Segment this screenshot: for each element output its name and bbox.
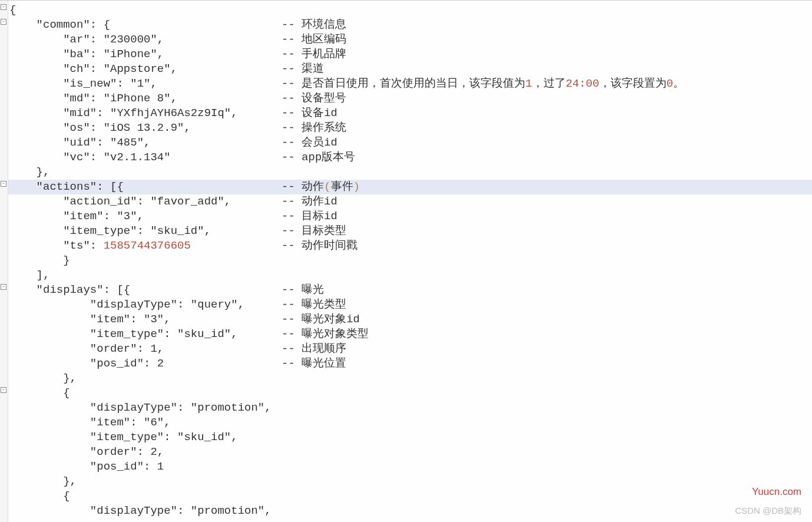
code-text: }, [8,371,77,386]
code-editor: ----- { "common": {-- 环境信息 "ar": "230000… [0,0,812,522]
code-text: "pos_id": 2 [8,356,164,371]
watermark-csdn: CSDN @DB架构 [735,503,801,518]
fold-toggle-icon[interactable]: - [1,387,6,393]
fold-gutter[interactable]: ----- [0,1,8,522]
code-text: "displayType": "promotion", [8,504,271,518]
code-text: "order": 2, [8,445,164,460]
watermark-yuucn: Yuucn.com [752,484,801,499]
code-line[interactable]: { [8,3,812,18]
code-text: "item_type": "sku_id", [8,327,238,342]
code-line[interactable]: }, [8,474,812,489]
code-text: "order": 1, [8,342,164,356]
code-comment: -- 操作系统 [281,121,346,136]
code-line[interactable]: "item": "3",-- 曝光对象id [8,312,812,327]
code-comment: -- 地区编码 [281,32,346,47]
code-text: "displays": [{ [8,283,130,298]
code-text: }, [8,474,77,489]
code-text: { [8,489,70,504]
code-comment: -- 渠道 [281,62,324,77]
code-comment: -- 目标id [281,209,337,224]
code-text: "vc": "v2.1.134" [8,150,171,165]
code-line[interactable]: "vc": "v2.1.134"-- app版本号 [8,150,812,165]
code-line[interactable]: "item_type": "sku_id",-- 曝光对象类型 [8,327,812,342]
code-text: "actions": [{ [8,180,124,194]
code-line[interactable]: "uid": "485",-- 会员id [8,136,812,150]
code-text: "displayType": "query", [8,298,244,312]
code-comment: -- 动作(事件) [281,180,360,194]
code-comment: -- 设备id [281,106,337,121]
code-comment: -- 环境信息 [281,18,346,32]
code-comment: -- 手机品牌 [281,47,346,62]
code-line[interactable]: "ch": "Appstore",-- 渠道 [8,62,812,77]
code-text: "item": "6", [8,415,171,430]
code-line[interactable]: "actions": [{-- 动作(事件) [8,180,812,194]
code-line[interactable]: "item": "3",-- 目标id [8,209,812,224]
code-text: "action_id": "favor_add", [8,194,231,209]
code-line[interactable]: "item": "6", [8,415,812,430]
code-text: "uid": "485", [8,136,150,150]
code-line[interactable]: "displayType": "promotion", [8,401,812,415]
code-line[interactable]: }, [8,371,812,386]
code-line[interactable]: } [8,253,812,268]
code-line[interactable]: "item_type": "sku_id",-- 目标类型 [8,224,812,239]
code-line[interactable]: ], [8,268,812,283]
fold-toggle-icon[interactable]: - [1,284,6,290]
code-line[interactable]: "md": "iPhone 8",-- 设备型号 [8,91,812,106]
code-comment: -- 出现顺序 [281,342,346,356]
code-line[interactable]: "item_type": "sku_id", [8,430,812,445]
code-comment: -- 动作id [281,194,337,209]
code-text: { [8,3,16,18]
code-comment: -- 设备型号 [281,91,346,106]
code-text: "ba": "iPhone", [8,47,164,62]
code-comment: -- 动作时间戳 [281,239,357,253]
code-text: "ar": "230000", [8,32,164,47]
code-line[interactable]: "ts": 1585744376605-- 动作时间戳 [8,239,812,253]
code-line[interactable]: "displayType": "query",-- 曝光类型 [8,298,812,312]
code-line[interactable]: "ba": "iPhone",-- 手机品牌 [8,47,812,62]
code-comment: -- 曝光类型 [281,298,346,312]
fold-toggle-icon[interactable]: - [1,181,6,187]
code-line[interactable]: { [8,489,812,504]
code-text: ], [8,268,49,283]
code-line[interactable]: "ar": "230000",-- 地区编码 [8,32,812,47]
code-line[interactable]: "displayType": "promotion", [8,504,812,518]
code-line[interactable]: { [8,386,812,401]
code-comment: -- 曝光对象类型 [281,327,369,342]
code-area[interactable]: { "common": {-- 环境信息 "ar": "230000",-- 地… [8,1,812,522]
code-line[interactable]: "order": 2, [8,445,812,460]
code-text: "mid": "YXfhjAYH6As2z9Iq", [8,106,238,121]
code-text: "common": { [8,18,110,32]
code-text: } [8,253,70,268]
code-line[interactable]: "order": 1,-- 出现顺序 [8,342,812,356]
code-comment: -- 是否首日使用，首次使用的当日，该字段值为1，过了24:00，该字段置为0。 [281,77,684,91]
code-text: "item_type": "sku_id", [8,224,211,239]
code-comment: -- 曝光 [281,283,324,298]
fold-toggle-icon[interactable]: - [1,19,6,25]
code-comment: -- 曝光位置 [281,356,346,371]
code-text: "md": "iPhone 8", [8,91,177,106]
code-line[interactable]: "displays": [{-- 曝光 [8,283,812,298]
code-text: "item": "3", [8,209,144,224]
code-line[interactable]: "os": "iOS 13.2.9",-- 操作系统 [8,121,812,136]
code-text: "pos_id": 1 [8,460,164,474]
code-text: "item_type": "sku_id", [8,430,238,445]
code-comment: -- 会员id [281,136,337,150]
code-line[interactable]: "action_id": "favor_add",-- 动作id [8,194,812,209]
code-text: "ch": "Appstore", [8,62,177,77]
code-line[interactable]: "is_new": "1",-- 是否首日使用，首次使用的当日，该字段值为1，过… [8,77,812,91]
code-text: }, [8,165,49,180]
code-line[interactable]: }, [8,165,812,180]
code-text: "is_new": "1", [8,77,157,91]
code-comment: -- app版本号 [281,150,355,165]
code-text: "os": "iOS 13.2.9", [8,121,191,136]
code-line[interactable]: "pos_id": 1 [8,460,812,474]
code-text: { [8,386,70,401]
code-line[interactable]: "common": {-- 环境信息 [8,18,812,32]
code-line[interactable]: "pos_id": 2-- 曝光位置 [8,356,812,371]
code-line[interactable]: "mid": "YXfhjAYH6As2z9Iq",-- 设备id [8,106,812,121]
fold-toggle-icon[interactable]: - [1,4,6,10]
code-text: "displayType": "promotion", [8,401,271,415]
code-text: "ts": 1585744376605 [8,239,191,253]
code-comment: -- 目标类型 [281,224,346,239]
code-text: "item": "3", [8,312,171,327]
